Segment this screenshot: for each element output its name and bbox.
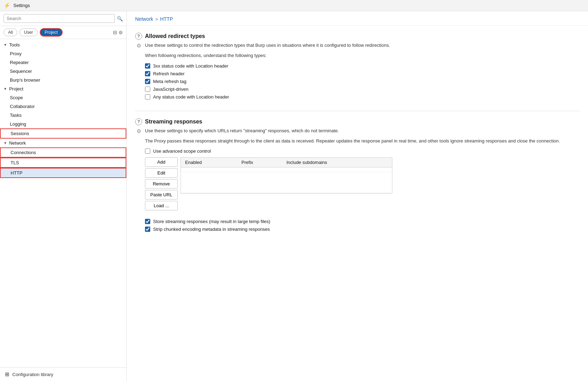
empty-cell-1: [181, 167, 237, 172]
nav-item-repeater[interactable]: Repeater: [0, 58, 126, 67]
edit-button[interactable]: Edit: [145, 168, 178, 178]
sidebar: 🔍 All User Project ⊟ ⊜ ▼ Tools Proxy Rep…: [0, 11, 127, 381]
filter-icon-1[interactable]: ⊟: [113, 30, 117, 35]
checkbox-3xx[interactable]: [145, 63, 150, 69]
col-enabled: Enabled: [181, 158, 237, 167]
config-library-icon: ⊞: [5, 371, 10, 377]
remove-button[interactable]: Remove: [145, 179, 178, 189]
project-group-label: Project: [9, 86, 23, 91]
table-header-row: Enabled Prefix Include subdomains: [181, 158, 392, 167]
filter-icons: ⊟ ⊜: [113, 30, 123, 35]
search-button[interactable]: 🔍: [117, 16, 123, 21]
load-button[interactable]: Load ...: [145, 201, 178, 210]
network-group-label: Network: [9, 140, 26, 146]
search-input[interactable]: [4, 14, 115, 23]
nav-item-sequencer[interactable]: Sequencer: [0, 67, 126, 76]
checkbox-js-driven[interactable]: [145, 87, 150, 92]
checkbox-label-any-status: Any status code with Location header: [153, 94, 229, 100]
content-area: Network > HTTP ? Allowed redirect types …: [127, 11, 588, 381]
table-body: [181, 167, 392, 193]
checkbox-label-meta-refresh: Meta refresh tag: [153, 79, 186, 84]
checkbox-row-3xx: 3xx status code with Location header: [145, 63, 580, 69]
checkbox-any-status[interactable]: [145, 94, 150, 100]
checkbox-label-strip-chunked: Strip chunked encoding metadata in strea…: [153, 227, 270, 232]
filter-user-button[interactable]: User: [19, 28, 37, 36]
nav-item-tls[interactable]: TLS: [0, 158, 126, 168]
checkbox-row-js-driven: JavaScript-driven: [145, 87, 580, 92]
checkbox-label-refresh: Refresh header: [153, 71, 185, 76]
checkbox-label-js-driven: JavaScript-driven: [153, 87, 188, 92]
checkbox-refresh-header[interactable]: [145, 71, 150, 76]
checkbox-store-streaming[interactable]: [145, 219, 150, 224]
empty-cell-4: [181, 172, 237, 193]
nav-item-tasks[interactable]: Tasks: [0, 111, 126, 120]
section-desc-redirect: Use these settings to control the redire…: [145, 42, 390, 49]
filter-row: All User Project ⊟ ⊜: [0, 26, 126, 39]
nav-item-sessions[interactable]: Sessions: [0, 128, 126, 139]
section-desc-row-streaming: ⚙ Use these settings to specify which UR…: [135, 127, 580, 135]
nav-item-scope[interactable]: Scope: [0, 93, 126, 102]
network-chevron: ▼: [4, 141, 7, 145]
nav-item-logging[interactable]: Logging: [0, 120, 126, 128]
checkbox-row-refresh: Refresh header: [145, 71, 580, 76]
content-body: ? Allowed redirect types ⚙ Use these set…: [127, 26, 588, 250]
nav-group-project[interactable]: ▼ Project: [0, 84, 126, 93]
streaming-table-container: Enabled Prefix Include subdomains: [181, 157, 392, 193]
empty-cell-3: [282, 167, 392, 172]
nav-item-burps-browser[interactable]: Burp's browser: [0, 76, 126, 84]
section-divider: [135, 111, 580, 111]
checkbox-row-strip-chunked: Strip chunked encoding metadata in strea…: [145, 227, 580, 232]
checkbox-label-3xx: 3xx status code with Location header: [153, 63, 228, 69]
checkbox-label-advanced-scope: Use advanced scope control: [153, 148, 211, 154]
col-include-subdomains: Include subdomains: [282, 158, 392, 167]
help-icon-redirect[interactable]: ?: [135, 33, 142, 40]
app-title: Settings: [13, 3, 30, 8]
project-chevron: ▼: [4, 87, 7, 91]
tools-chevron: ▼: [4, 43, 7, 47]
table-buttons: Add Edit Remove Paste URL Load ...: [145, 157, 178, 210]
section-desc-row-redirect: ⚙ Use these settings to control the redi…: [135, 42, 580, 49]
section-title-row-redirect: ? Allowed redirect types: [135, 33, 580, 40]
checkbox-row-meta-refresh: Meta refresh tag: [145, 79, 580, 84]
bottom-checkboxes: Store streaming responses (may result in…: [135, 219, 580, 232]
nav-item-collaborator[interactable]: Collaborator: [0, 102, 126, 111]
streaming-long-desc: The Proxy passes these responses straigh…: [145, 138, 580, 145]
breadcrumb-parent[interactable]: Network: [135, 16, 153, 22]
sidebar-nav: ▼ Tools Proxy Repeater Sequencer Burp's …: [0, 39, 126, 367]
main-layout: 🔍 All User Project ⊟ ⊜ ▼ Tools Proxy Rep…: [0, 11, 588, 381]
breadcrumb: Network > HTTP: [127, 11, 588, 26]
checkbox-strip-chunked[interactable]: [145, 227, 150, 232]
filter-project-button[interactable]: Project: [40, 28, 63, 37]
checkbox-row-any-status: Any status code with Location header: [145, 94, 580, 100]
title-bar: ⚡ Settings: [0, 0, 588, 11]
help-icon-streaming[interactable]: ?: [135, 118, 142, 125]
col-prefix: Prefix: [237, 158, 282, 167]
section-title-redirect: Allowed redirect types: [145, 33, 205, 39]
empty-cell-5: [237, 172, 282, 193]
section-title-row-streaming: ? Streaming responses: [135, 118, 580, 125]
nav-item-connections[interactable]: Connections: [0, 147, 126, 158]
gear-icon-redirect: ⚙: [135, 42, 142, 49]
nav-group-network[interactable]: ▼ Network: [0, 139, 126, 147]
sidebar-search-row: 🔍: [0, 11, 126, 26]
scope-checkbox-row: Use advanced scope control: [145, 148, 580, 154]
paste-url-button[interactable]: Paste URL: [145, 190, 178, 199]
filter-all-button[interactable]: All: [4, 28, 17, 36]
config-library-link[interactable]: ⊞ Configuration library: [0, 367, 126, 381]
section-streaming: ? Streaming responses ⚙ Use these settin…: [135, 118, 580, 232]
section-allowed-redirect: ? Allowed redirect types ⚙ Use these set…: [135, 33, 580, 100]
nav-group-tools[interactable]: ▼ Tools: [0, 40, 126, 49]
checkbox-advanced-scope[interactable]: [145, 148, 150, 154]
tools-group-label: Tools: [9, 42, 20, 47]
breadcrumb-separator: >: [155, 17, 158, 22]
section-title-streaming: Streaming responses: [145, 119, 202, 125]
section-subdesc-redirect: When following redirections, understand …: [145, 52, 580, 59]
app-icon: ⚡: [4, 2, 11, 9]
filter-icon-2[interactable]: ⊜: [119, 30, 123, 35]
empty-cell-2: [237, 167, 282, 172]
add-button[interactable]: Add: [145, 157, 178, 167]
streaming-table: Enabled Prefix Include subdomains: [181, 158, 392, 193]
nav-item-http[interactable]: HTTP: [0, 168, 126, 178]
checkbox-meta-refresh[interactable]: [145, 79, 150, 84]
nav-item-proxy[interactable]: Proxy: [0, 49, 126, 58]
